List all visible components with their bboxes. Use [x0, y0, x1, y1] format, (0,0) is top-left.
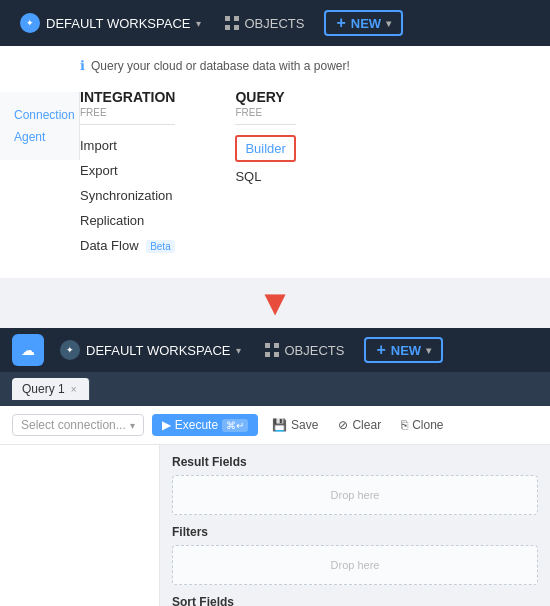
connection-chevron-icon: ▾ — [130, 420, 135, 431]
clone-label: Clone — [412, 418, 443, 432]
connection-placeholder: Select connection... — [21, 418, 126, 432]
fields-area: Result Fields Drop here Filters Drop her… — [160, 445, 550, 606]
execute-play-icon: ▶ — [162, 418, 171, 432]
tab-query1[interactable]: Query 1 × — [12, 378, 90, 400]
query-toolbar: Select connection... ▾ ▶ Execute ⌘↵ 💾 Sa… — [0, 406, 550, 445]
integration-badge: FREE — [80, 107, 175, 125]
integration-import[interactable]: Import — [80, 133, 175, 158]
bottom-navbar: ☁ ✦ DEFAULT WORKSPACE ▾ OBJECTS + NEW ▾ — [0, 328, 550, 372]
bottom-plus-icon: + — [376, 342, 385, 358]
save-icon: 💾 — [272, 418, 287, 432]
beta-badge: Beta — [146, 240, 175, 253]
top-section: ✦ DEFAULT WORKSPACE ▾ OBJECTS + NEW ▾ Co… — [0, 0, 550, 278]
integration-dataflow[interactable]: Data Flow Beta — [80, 233, 175, 258]
bottom-grid-icon — [265, 343, 279, 357]
info-text: Query your cloud or database data with a… — [91, 59, 350, 73]
query-title: QUERY — [235, 89, 295, 105]
sidebar-item-connection[interactable]: Connection — [8, 104, 71, 126]
tabs-bar: Query 1 × — [0, 372, 550, 406]
result-fields-section: Result Fields Drop here — [172, 455, 538, 515]
integration-synchronization[interactable]: Synchronization — [80, 183, 175, 208]
plus-icon: + — [336, 15, 345, 31]
workspace-button[interactable]: ✦ DEFAULT WORKSPACE ▾ — [12, 9, 209, 37]
bottom-objects-button[interactable]: OBJECTS — [257, 339, 352, 362]
sidebar-item-agent[interactable]: Agent — [8, 126, 71, 148]
filters-drop-hint: Drop here — [331, 559, 380, 571]
filters-title: Filters — [172, 525, 538, 539]
clear-label: Clear — [352, 418, 381, 432]
query-column: QUERY FREE Builder SQL — [235, 89, 295, 258]
result-fields-drop-zone[interactable]: Drop here — [172, 475, 538, 515]
info-icon: ℹ — [80, 58, 85, 73]
schema-sidebar: Select connection for browse data schema — [0, 445, 160, 606]
bottom-workspace-label: DEFAULT WORKSPACE — [86, 343, 230, 358]
chevron-down-icon-new: ▾ — [386, 18, 391, 29]
tab-close-button[interactable]: × — [71, 384, 77, 395]
integration-title: INTEGRATION — [80, 89, 175, 105]
sort-fields-title: Sort Fields — [172, 595, 538, 606]
connection-select[interactable]: Select connection... ▾ — [12, 414, 144, 436]
left-sidebar-panel: Connection Agent — [0, 92, 80, 160]
filters-section: Filters Drop here — [172, 525, 538, 585]
clone-icon: ⎘ — [401, 418, 408, 432]
execute-shortcut: ⌘↵ — [222, 419, 248, 432]
bottom-objects-label: OBJECTS — [284, 343, 344, 358]
bottom-chevron-down-icon: ▾ — [426, 345, 431, 356]
new-label: NEW — [351, 16, 381, 31]
dropdown-columns: INTEGRATION FREE Import Export Synchroni… — [80, 89, 534, 258]
objects-button[interactable]: OBJECTS — [217, 12, 312, 35]
bottom-section: ☁ ✦ DEFAULT WORKSPACE ▾ OBJECTS + NEW ▾ … — [0, 328, 550, 606]
top-navbar: ✦ DEFAULT WORKSPACE ▾ OBJECTS + NEW ▾ — [0, 0, 550, 46]
workspace-label: DEFAULT WORKSPACE — [46, 16, 190, 31]
tab-label: Query 1 — [22, 382, 65, 396]
bottom-new-label: NEW — [391, 343, 421, 358]
bottom-workspace-button[interactable]: ✦ DEFAULT WORKSPACE ▾ — [52, 336, 249, 364]
new-button[interactable]: + NEW ▾ — [324, 10, 403, 36]
result-fields-title: Result Fields — [172, 455, 538, 469]
cloud-icon[interactable]: ☁ — [12, 334, 44, 366]
arrow-section: ▼ — [0, 278, 550, 328]
save-button[interactable]: 💾 Save — [266, 414, 324, 436]
execute-label: Execute — [175, 418, 218, 432]
sort-fields-section: Sort Fields Drop here — [172, 595, 538, 606]
workspace-icon: ✦ — [20, 13, 40, 33]
info-bar: ℹ Query your cloud or database data with… — [80, 58, 534, 73]
dropdown-panel: Connection Agent ℹ Query your cloud or d… — [0, 46, 550, 278]
clear-button[interactable]: ⊘ Clear — [332, 414, 387, 436]
bottom-chevron-icon: ▾ — [236, 345, 241, 356]
query-builder-highlighted[interactable]: Builder — [235, 135, 295, 162]
result-fields-drop-hint: Drop here — [331, 489, 380, 501]
integration-replication[interactable]: Replication — [80, 208, 175, 233]
clear-icon: ⊘ — [338, 418, 348, 432]
query-sql[interactable]: SQL — [235, 164, 295, 189]
clone-button[interactable]: ⎘ Clone — [395, 414, 449, 436]
execute-button[interactable]: ▶ Execute ⌘↵ — [152, 414, 258, 436]
objects-label: OBJECTS — [244, 16, 304, 31]
bottom-workspace-icon: ✦ — [60, 340, 80, 360]
query-content: Select connection for browse data schema… — [0, 445, 550, 606]
save-label: Save — [291, 418, 318, 432]
integration-export[interactable]: Export — [80, 158, 175, 183]
bottom-new-button[interactable]: + NEW ▾ — [364, 337, 443, 363]
down-arrow-icon: ▼ — [257, 285, 293, 321]
grid-icon — [225, 16, 239, 30]
query-badge: FREE — [235, 107, 295, 125]
filters-drop-zone[interactable]: Drop here — [172, 545, 538, 585]
integration-column: INTEGRATION FREE Import Export Synchroni… — [80, 89, 175, 258]
chevron-down-icon: ▾ — [196, 18, 201, 29]
